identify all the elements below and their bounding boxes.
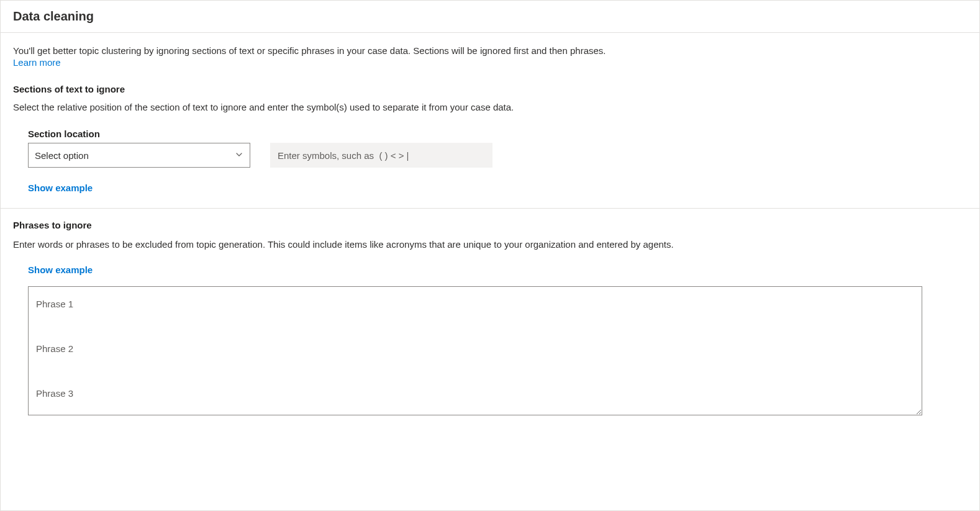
- sections-description: Select the relative position of the sect…: [13, 101, 967, 114]
- section-location-select[interactable]: Select option: [28, 143, 250, 168]
- section-location-select-wrapper: Select option: [28, 143, 250, 168]
- sections-show-example-button[interactable]: Show example: [28, 183, 93, 193]
- phrases-textarea[interactable]: [28, 286, 922, 415]
- symbols-input[interactable]: [270, 143, 492, 168]
- sections-heading: Sections of text to ignore: [13, 84, 967, 94]
- section-inputs-row: Select option: [28, 143, 967, 168]
- data-cleaning-panel: Data cleaning You'll get better topic cl…: [0, 0, 980, 511]
- learn-more-link[interactable]: Learn more: [13, 57, 61, 68]
- section-location-label: Section location: [28, 129, 967, 139]
- phrases-heading: Phrases to ignore: [13, 220, 967, 230]
- page-title: Data cleaning: [13, 9, 967, 24]
- phrases-section: Phrases to ignore Enter words or phrases…: [13, 209, 967, 417]
- phrases-show-example-button[interactable]: Show example: [28, 265, 93, 275]
- panel-header: Data cleaning: [1, 1, 979, 33]
- panel-body: You'll get better topic clustering by ig…: [1, 33, 979, 417]
- section-location-group: Section location Select option Show exam…: [13, 129, 967, 193]
- intro-text: You'll get better topic clustering by ig…: [13, 44, 967, 57]
- phrases-description: Enter words or phrases to be excluded fr…: [13, 238, 796, 252]
- phrases-show-example-wrap: Show example: [13, 265, 967, 275]
